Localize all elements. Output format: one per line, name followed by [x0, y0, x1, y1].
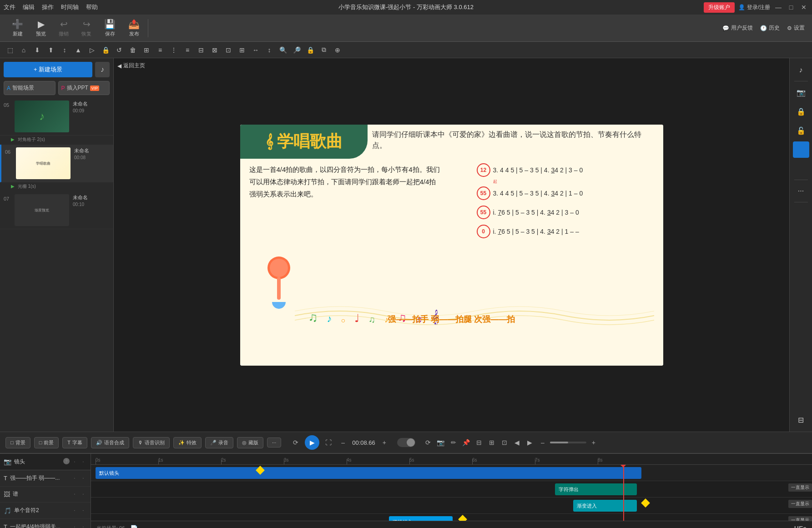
settings-button[interactable]: ⚙ 设置 — [787, 24, 805, 32]
filter-btn[interactable]: ⊟ — [474, 437, 484, 448]
close-button[interactable]: ✕ — [799, 3, 808, 12]
more-time-button[interactable]: ··· — [267, 437, 281, 448]
track-dot2[interactable]: · — [71, 491, 78, 498]
track-more4[interactable]: · — [80, 523, 87, 528]
one-show-btn-2[interactable]: 一直显示 — [788, 500, 812, 508]
home-tool[interactable]: ⌂ — [17, 44, 30, 56]
menu-operate[interactable]: 操作 — [42, 3, 54, 11]
distribute-v[interactable]: ⊠ — [208, 44, 221, 56]
scene-07[interactable]: 07 场景预览 未命名 00:10 — [0, 191, 113, 229]
list-item[interactable]: 05 ♪ 未命名 00:09 ▶ 对角格子 2(s) — [0, 98, 113, 145]
zoom-slider[interactable] — [550, 442, 586, 443]
copy-style[interactable]: ⧉ — [318, 44, 330, 56]
distribute-h[interactable]: ⊟ — [195, 44, 207, 56]
one-show-btn-3[interactable]: 一直显示 — [788, 516, 812, 521]
smart-scene-button[interactable]: A 智能场景 — [4, 81, 55, 95]
align-left[interactable]: ⬇ — [31, 44, 44, 56]
align-top[interactable]: ↕ — [58, 44, 71, 56]
effects-button[interactable]: ✨ 特效 — [173, 437, 202, 448]
flip-v[interactable]: ↕ — [263, 44, 276, 56]
track-more3[interactable]: · — [80, 507, 87, 514]
play-main-button[interactable]: ▶ — [305, 435, 319, 450]
scene-06[interactable]: 06 学唱歌曲 未命名 00:08 — [0, 145, 113, 182]
speed-toggle[interactable] — [397, 438, 415, 447]
track-help-btn[interactable]: ? — [63, 458, 70, 464]
align-h-left[interactable]: ≡ — [154, 44, 166, 56]
lock-tool[interactable]: 🔒 — [99, 44, 112, 56]
login-button[interactable]: 👤 登录/注册 — [738, 4, 770, 11]
track-dot4[interactable]: · — [71, 523, 78, 528]
text1-block[interactable]: 字符弹出 — [555, 483, 637, 495]
publish-button[interactable]: 📤 发布 — [124, 17, 144, 39]
camera-btn[interactable]: 📷 — [435, 437, 446, 448]
upgrade-button[interactable]: 升级账户 — [704, 2, 735, 13]
unlock-btn[interactable]: 🔓 — [793, 122, 809, 139]
paste-style[interactable]: ⊕ — [331, 44, 344, 56]
loop-btn[interactable]: ⟳ — [423, 437, 434, 448]
volume-up-btn[interactable]: + — [379, 437, 390, 448]
more-btn[interactable]: ··· — [793, 183, 809, 199]
track-more2[interactable]: · — [80, 491, 87, 498]
canvas[interactable]: 默认镜头 𝄞 学唱歌曲 请同学们仔细听课本中《可爱的家》边看曲谱，说一说这首歌的… — [240, 125, 663, 366]
align-h-center[interactable]: ⋮ — [167, 44, 180, 56]
voice-synthesis-button[interactable]: 🔊 语音合成 — [91, 437, 129, 448]
menu-help[interactable]: 帮助 — [86, 3, 98, 11]
lock-aspect[interactable]: 🔒 — [304, 44, 317, 56]
flip-h[interactable]: ↔ — [249, 44, 262, 56]
music-button[interactable]: ♪ — [95, 62, 110, 77]
split-btn[interactable]: ⊞ — [486, 437, 497, 448]
save-button[interactable]: 💾 保存 — [100, 17, 120, 39]
gray-panel-btn[interactable] — [793, 161, 809, 177]
plus-btn[interactable]: + — [588, 437, 599, 448]
list-item[interactable]: 07 场景预览 未命名 00:10 — [0, 191, 113, 229]
camera-block[interactable]: 默认镜头 — [96, 467, 641, 479]
voice-recognition-button[interactable]: 🎙 语音识别 — [133, 437, 170, 448]
align-tool2[interactable]: ▷ — [86, 44, 98, 56]
rewind-btn[interactable]: ⟳ — [290, 437, 301, 448]
record-button[interactable]: 🎤 录音 — [205, 437, 233, 448]
list-item[interactable]: 06 学唱歌曲 未命名 00:08 ▶ 光栅 1(s) — [0, 145, 113, 191]
rotate-tool[interactable]: ↺ — [113, 44, 126, 56]
scene-icon[interactable]: 📄 — [128, 523, 139, 528]
pin-btn[interactable]: 📌 — [461, 437, 472, 448]
image-block[interactable]: 渐变进入 — [573, 500, 637, 512]
subtitle-button[interactable]: T 字幕 — [62, 437, 87, 448]
maximize-button[interactable]: □ — [787, 3, 796, 12]
align-v1[interactable]: ⊡ — [222, 44, 235, 56]
screenshot-btn[interactable]: 📷 — [793, 84, 809, 101]
preview-button[interactable]: ▶ 预览 — [31, 17, 50, 39]
track-more-btn[interactable]: · — [80, 458, 87, 465]
zoom-out[interactable]: 🔎 — [290, 44, 303, 56]
merge-btn[interactable]: ⊡ — [499, 437, 510, 448]
hide-button[interactable]: ◎ 藏版 — [237, 437, 263, 448]
delete-tool[interactable]: 🗑 — [126, 44, 139, 56]
align-bottom[interactable]: ▲ — [72, 44, 85, 56]
ppt-button[interactable]: P 插入PPT VIP — [58, 81, 110, 95]
prev-frame-btn[interactable]: ◀ — [512, 437, 523, 448]
menu-edit[interactable]: 编辑 — [23, 3, 35, 11]
one-show-btn-1[interactable]: 一直显示 — [788, 483, 812, 492]
minus-btn[interactable]: – — [537, 437, 548, 448]
music-panel-btn[interactable]: ♪ — [793, 62, 809, 78]
loop-marker-3[interactable] — [458, 515, 467, 521]
align-h-right[interactable]: ≡ — [181, 44, 194, 56]
loop-marker-2[interactable] — [641, 498, 650, 508]
minimize-button[interactable]: — — [774, 3, 783, 12]
fg-button[interactable]: □ 前景 — [34, 437, 59, 448]
volume-down-btn[interactable]: – — [338, 437, 348, 448]
zoom-in[interactable]: 🔍 — [277, 44, 289, 56]
redo-button[interactable]: ↪ 恢复 — [77, 17, 96, 39]
feedback-button[interactable]: 💬 用户反馈 — [722, 24, 753, 32]
track-dot1[interactable]: · — [71, 474, 78, 482]
new-button[interactable]: ➕ 新建 — [7, 17, 28, 39]
expand-right-btn[interactable]: ⊟ — [793, 412, 809, 428]
edit-btn[interactable]: ✏ — [448, 437, 459, 448]
next-frame-btn[interactable]: ▶ — [525, 437, 535, 448]
lock-btn[interactable]: 🔒 — [793, 103, 809, 120]
scene-05[interactable]: 05 ♪ 未命名 00:09 — [0, 98, 113, 136]
track-dot-btn[interactable]: · — [71, 458, 78, 465]
select-tool[interactable]: ⬚ — [4, 44, 16, 56]
align-v2[interactable]: ⊞ — [236, 44, 248, 56]
track-more1[interactable]: · — [80, 474, 87, 482]
crop-tool[interactable]: ⊞ — [140, 44, 153, 56]
